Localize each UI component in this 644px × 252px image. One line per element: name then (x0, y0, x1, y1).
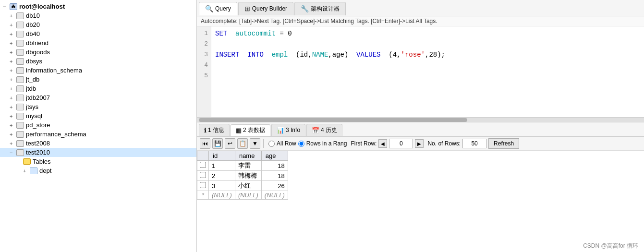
cell-id-null[interactable]: (NULL) (209, 191, 235, 200)
query-builder-icon: ⊞ (244, 5, 250, 12)
col-header-id: id (209, 151, 235, 161)
radio-all-rows[interactable] (268, 141, 275, 147)
sidebar-item-jtdb2007[interactable]: + jtdb2007 (0, 93, 196, 102)
sidebar-item-performance-schema[interactable]: + performance_schema (0, 130, 196, 139)
expand-icon: + (10, 141, 16, 146)
db-icon (16, 40, 24, 47)
expand-icon: + (10, 31, 16, 37)
sidebar-label: jtdb (26, 85, 36, 92)
rows-count-section: No. of Rows: Refresh (427, 138, 519, 149)
sidebar-item-db20[interactable]: + db20 (0, 20, 196, 29)
sidebar-label: jtdb2007 (26, 94, 50, 101)
row-checkbox[interactable] (197, 161, 209, 171)
cell-name-null[interactable]: (NULL) (235, 191, 261, 200)
sidebar-item-information-schema[interactable]: + information_schema (0, 66, 196, 75)
db-icon (16, 31, 24, 37)
row-checkbox[interactable] (197, 181, 209, 191)
cell-name[interactable]: 韩梅梅 (235, 171, 261, 181)
nav-prev-btn[interactable]: ◀ (378, 139, 387, 148)
expand-icon: + (10, 104, 16, 110)
cell-id[interactable]: 2 (209, 171, 235, 181)
sidebar-item-pd-store[interactable]: + pd_store (0, 120, 196, 130)
sidebar-item-mysql[interactable]: + mysql (0, 111, 196, 120)
cell-id[interactable]: 3 (209, 181, 235, 191)
db-icon (16, 140, 24, 147)
db-icon (16, 122, 24, 129)
sidebar-item-db40[interactable]: + db40 (0, 29, 196, 38)
code-editor[interactable]: 1 2 3 4 5 SET autocommit = 0 INSERT INTO… (197, 26, 644, 118)
sidebar-item-jtsys[interactable]: + jtsys (0, 102, 196, 111)
expand-icon: + (10, 113, 16, 119)
expand-icon: + (10, 59, 16, 64)
code-line-3: INSERT INTO empl (id,NAME,age) VALUES (4… (215, 49, 640, 60)
sidebar-item-dbsys[interactable]: + dbsys (0, 57, 196, 66)
sidebar-label: information_schema (26, 67, 82, 74)
toolbar-btn-4[interactable]: 📋 (237, 138, 248, 149)
sidebar-label: dbsys (26, 58, 42, 65)
sidebar-label: Tables (33, 158, 51, 165)
row-checkbox[interactable] (197, 171, 209, 181)
info3-icon: 📊 (277, 127, 284, 134)
tab-info3[interactable]: 📊 3 Info (271, 124, 305, 136)
expand-icon: + (10, 49, 16, 55)
db-icon (16, 131, 24, 138)
tab-query[interactable]: 🔍 Query (199, 2, 237, 15)
code-content[interactable]: SET autocommit = 0 INSERT INTO empl (id,… (211, 26, 644, 117)
sidebar-item-dbfriend[interactable]: + dbfriend (0, 38, 196, 48)
code-line-5 (215, 71, 640, 81)
sidebar-item-dept[interactable]: + dept (0, 166, 196, 175)
cell-age[interactable]: 18 (261, 171, 288, 181)
cell-name[interactable]: 小红 (235, 181, 261, 191)
no-of-rows-input[interactable] (462, 139, 486, 148)
sidebar-label: db20 (26, 21, 40, 28)
expand-icon: + (10, 95, 16, 101)
cell-age-null[interactable]: (NULL) (261, 191, 288, 200)
cell-name[interactable]: 李雷 (235, 161, 261, 171)
toolbar-btn-filter[interactable]: ▼ (250, 138, 260, 149)
sidebar-label: dbgoods (26, 48, 50, 56)
sidebar-label: pd_store (26, 121, 50, 129)
tab-info1[interactable]: ℹ 1 信息 (199, 124, 230, 136)
sidebar-item-jtdb[interactable]: + jtdb (0, 84, 196, 93)
sidebar-item-root[interactable]: − 🖧 root@localhost (0, 2, 196, 11)
editor-scrollbar[interactable] (197, 118, 644, 122)
cell-id[interactable]: 1 (209, 161, 235, 171)
db-icon (16, 22, 24, 28)
tab-tabledata[interactable]: ▦ 2 表数据 (231, 124, 270, 136)
sidebar-item-tables[interactable]: − Tables (0, 157, 196, 166)
folder-icon (23, 158, 31, 165)
first-row-input[interactable] (389, 139, 413, 148)
first-row-label: First Row: (351, 140, 377, 147)
col-header-name: name (235, 151, 261, 161)
sidebar-item-test2008[interactable]: + test2008 (0, 139, 196, 148)
toolbar-btn-1[interactable]: ⏮ (200, 138, 210, 149)
sidebar-item-dbgoods[interactable]: + dbgoods (0, 48, 196, 57)
sidebar-item-test2010[interactable]: − test2010 (0, 148, 196, 157)
main-container: − 🖧 root@localhost + db10 + db20 + db40 … (0, 0, 644, 252)
query-icon: 🔍 (205, 5, 213, 12)
top-tabs-bar: 🔍 Query ⊞ Query Builder 🔧 架构设计器 (197, 0, 644, 16)
expand-icon: + (10, 86, 16, 92)
tab-schema-designer[interactable]: 🔧 架构设计器 (294, 2, 346, 15)
expand-icon: − (10, 150, 16, 156)
cell-age[interactable]: 26 (261, 181, 288, 191)
nav-next-btn[interactable]: ▶ (415, 139, 424, 148)
sidebar-label: db40 (26, 30, 40, 37)
cell-age[interactable]: 18 (261, 161, 288, 171)
toolbar-btn-2[interactable]: 💾 (212, 138, 223, 149)
tab-history[interactable]: 📅 4 历史 (306, 124, 342, 136)
db-icon (16, 95, 24, 101)
expand-icon: + (10, 22, 16, 28)
expand-icon: + (10, 40, 16, 46)
refresh-button[interactable]: Refresh (488, 138, 519, 149)
autocomplete-text: Autocomplete: [Tab]->Next Tag. [Ctrl+Spa… (201, 18, 437, 24)
toolbar-separator (263, 139, 264, 148)
radio-rows-in-range[interactable] (298, 141, 304, 147)
info1-icon: ℹ (204, 127, 207, 134)
sidebar-item-db10[interactable]: + db10 (0, 11, 196, 20)
tab-query-builder[interactable]: ⊞ Query Builder (238, 2, 293, 15)
sidebar-item-jt-db[interactable]: + jt_db (0, 75, 196, 84)
sidebar-label: dept (39, 167, 51, 174)
sidebar-root-label: root@localhost (19, 3, 65, 10)
toolbar-btn-3[interactable]: ↩ (225, 138, 235, 149)
